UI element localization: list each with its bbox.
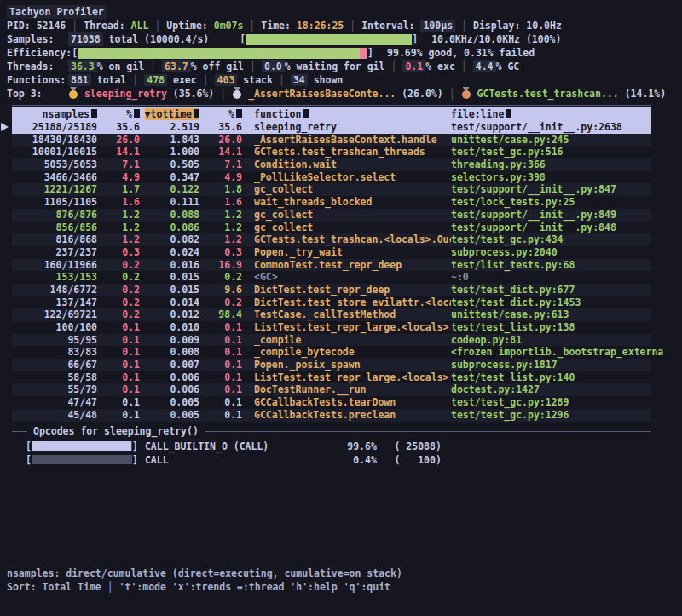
metric-value: 0.0 — [262, 60, 285, 72]
table-row[interactable]: 95/95 0.1 0.009 0.1 _compile codeop.py:8… — [12, 334, 651, 347]
top3-function-name: _AssertRaisesBaseConte... — [248, 88, 396, 100]
efficiency-bar-failed-fill — [360, 48, 367, 59]
table-row[interactable]: 3466/3466 4.9 0.347 4.9 _PollLikeSelecto… — [12, 171, 651, 184]
cell-file-line: subprocess.py:1817 — [451, 359, 651, 371]
opcodes-title-text: Opcodes for sleeping_retry() — [33, 425, 199, 437]
cell-cumulative-pct: 1.2 — [199, 209, 242, 222]
status-item-value: 10.0Hz — [526, 20, 562, 32]
metric-item: 403 stack — [215, 74, 273, 86]
header-direct-pct[interactable]: % — [97, 107, 140, 121]
cell-nsamples: 876/876 — [12, 209, 97, 222]
status-item: Time: 18:26:25 — [261, 20, 344, 32]
table-row[interactable]: 25188/25189 35.6 2.519 35.6 sleeping_ret… — [12, 121, 651, 134]
cell-file-line: test/test_list.py:140 — [451, 371, 651, 384]
table-row[interactable]: 160/11966 0.2 0.016 16.9 CommonTest.test… — [12, 259, 651, 272]
top3-line: Top 3: sleeping_retry (35.6%)│ _AssertRa… — [7, 87, 675, 101]
status-item-value: ALL — [131, 20, 149, 32]
header-function[interactable]: function — [242, 107, 451, 121]
table-header-row: nsamples % ▼tottime % function file:line — [12, 107, 651, 121]
header-tottime-sorted[interactable]: ▼tottime — [140, 107, 199, 121]
status-item-label: Time: — [261, 20, 291, 32]
metric-text: shown — [308, 74, 344, 86]
functions-items: 881 total│478 exec│403 stack│34 shown — [68, 73, 343, 87]
cell-function: <GC> — [242, 271, 451, 284]
top3-function-name: sleeping_retry — [84, 88, 167, 100]
cell-file-line: test/test_list.py:138 — [451, 321, 651, 334]
cell-file-line: codeop.py:81 — [451, 334, 651, 347]
cell-file-line: test/list_tests.py:68 — [451, 259, 651, 272]
cell-function: Popen._try_wait — [242, 246, 451, 259]
table-row[interactable]: 5053/5053 7.1 0.505 7.1 Condition.wait t… — [12, 158, 651, 171]
separator: │ — [344, 20, 361, 32]
opcodes-section-title: Opcodes for sleeping_retry() — [12, 425, 651, 438]
table-row[interactable]: 137/147 0.2 0.014 0.2 DictTest.test_stor… — [12, 296, 651, 309]
metric-value: 4.4 — [473, 60, 496, 72]
top3-item: GCTests.test_trashcan... (14.1%) — [461, 88, 667, 100]
cell-file-line: test/test_gc.py:434 — [451, 233, 651, 246]
samples-bar-open-bracket: [ — [240, 32, 246, 46]
table-row[interactable]: 153/153 0.2 0.015 0.2 <GC> ~:0 — [12, 271, 651, 284]
table-row[interactable]: 1105/1105 1.6 0.111 1.6 wait_threads_blo… — [12, 196, 651, 209]
cell-direct-pct: 0.2 — [97, 296, 140, 309]
opcode-bar-close-bracket: ] — [132, 453, 138, 467]
table-row[interactable]: 1221/1267 1.7 0.122 1.8 gc_collect test/… — [12, 183, 651, 196]
cell-function: ListTest.test_repr_large.<locals>.c... — [242, 321, 451, 334]
table-row[interactable]: 18430/18430 26.0 1.843 26.0 _AssertRaise… — [12, 134, 651, 147]
table-row[interactable]: 856/856 1.2 0.086 1.2 gc_collect test/su… — [12, 222, 651, 234]
cell-function: GCCallbackTests.tearDown — [242, 396, 451, 409]
cell-nsamples: 137/147 — [12, 296, 97, 309]
cell-direct-pct: 0.2 — [97, 284, 140, 296]
cell-cumulative-pct: 26.0 — [199, 134, 242, 147]
cell-function: _compile_bytecode — [242, 346, 451, 359]
cell-nsamples: 1221/1267 — [12, 183, 97, 196]
table-row[interactable]: 45/48 0.1 0.005 0.1 GCCallbackTests.prec… — [12, 409, 651, 422]
cell-direct-pct: 0.1 — [97, 396, 140, 409]
cell-tottime: 0.014 — [140, 296, 199, 309]
metric-text: % waiting for gil — [285, 60, 385, 72]
table-row[interactable]: 237/237 0.3 0.024 0.3 Popen._try_wait su… — [12, 246, 651, 259]
top3-items: sleeping_retry (35.6%)│ _AssertRaisesBas… — [68, 87, 666, 101]
cell-direct-pct: 1.7 — [97, 183, 140, 196]
cell-nsamples: 100/100 — [12, 321, 97, 334]
empty-space — [7, 467, 675, 567]
cell-nsamples: 83/83 — [12, 346, 97, 359]
cell-tottime: 0.505 — [140, 158, 199, 171]
table-row[interactable]: 816/868 1.2 0.082 1.2 GCTests.test_trash… — [12, 233, 651, 246]
cell-cumulative-pct: 0.1 — [199, 346, 242, 359]
table-row[interactable]: 47/47 0.1 0.005 0.1 GCCallbackTests.tear… — [12, 396, 651, 409]
table-row[interactable]: 58/58 0.1 0.006 0.1 ListTest.test_repr_l… — [12, 371, 651, 384]
table-row[interactable]: 148/6772 0.2 0.015 9.6 DictTest.test_rep… — [12, 284, 651, 296]
cell-cumulative-pct: 1.8 — [199, 183, 242, 196]
table-row[interactable]: 55/79 0.1 0.006 0.1 DocTestRunner.__run … — [12, 383, 651, 396]
cell-function: CommonTest.test_repr_deep — [242, 259, 451, 272]
cell-file-line: test/test_gc.py:1289 — [451, 396, 651, 409]
efficiency-label: Efficiency: — [7, 46, 72, 60]
cell-cumulative-pct: 98.4 — [199, 308, 242, 321]
cell-file-line: test/test_dict.py:1453 — [451, 296, 651, 309]
separator: │ — [273, 74, 291, 86]
cell-tottime: 0.007 — [140, 359, 199, 371]
table-row[interactable]: 122/69721 0.2 0.012 98.4 TestCase._callT… — [12, 308, 651, 321]
table-row[interactable]: 876/876 1.2 0.088 1.2 gc_collect test/su… — [12, 209, 651, 222]
separator: │ — [148, 20, 166, 32]
cell-tottime: 0.006 — [140, 371, 199, 384]
metric-item: 36.3% on gil — [68, 60, 144, 72]
cell-tottime: 0.012 — [140, 308, 199, 321]
table-row[interactable]: 66/67 0.1 0.007 0.1 Popen._posix_spawn s… — [12, 359, 651, 371]
header-nsamples[interactable]: nsamples — [12, 107, 97, 121]
header-file-line[interactable]: file:line — [451, 107, 651, 121]
cell-cumulative-pct: 1.6 — [199, 196, 242, 209]
table-row[interactable]: 100/100 0.1 0.010 0.1 ListTest.test_repr… — [12, 321, 651, 334]
metric-value: 478 — [144, 74, 167, 86]
metric-value: 881 — [68, 74, 91, 86]
cell-direct-pct: 0.1 — [97, 383, 140, 396]
metric-item: 478 exec — [144, 74, 196, 86]
table-row[interactable]: 10001/10015 14.1 1.000 14.1 GCTests.test… — [12, 146, 651, 158]
header-cumulative-pct[interactable]: % — [199, 107, 242, 121]
bronze-medal-icon — [461, 87, 471, 99]
cell-cumulative-pct: 4.9 — [199, 171, 242, 184]
cell-function: sleeping_retry — [242, 121, 451, 134]
cell-cumulative-pct: 0.1 — [199, 359, 242, 371]
cell-cumulative-pct: 0.1 — [199, 396, 242, 409]
table-row[interactable]: 83/83 0.1 0.008 0.1 _compile_bytecode <f… — [12, 346, 651, 359]
